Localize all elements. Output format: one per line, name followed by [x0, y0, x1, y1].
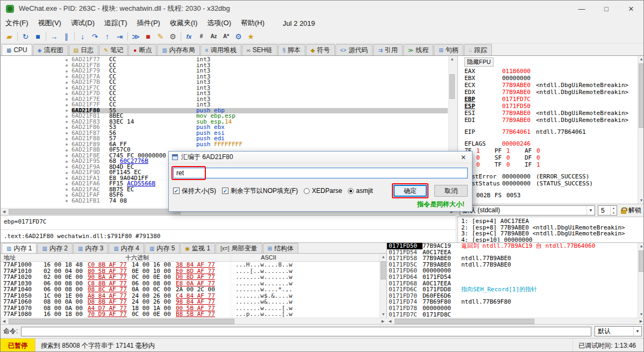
- menu-options[interactable]: 选项(O): [202, 17, 236, 30]
- argument-row[interactable]: 4: [esp+10] 00000000: [461, 237, 644, 243]
- tab-handles[interactable]: ⊞句柄: [434, 44, 463, 55]
- scroll-up-icon[interactable]: [638, 243, 644, 249]
- breakpoint-gutter[interactable]: [1, 131, 71, 137]
- argument-row[interactable]: 1: [esp+4] A0C17EEA: [461, 218, 644, 225]
- animate-icon[interactable]: ≫: [130, 31, 142, 42]
- menu-help[interactable]: 帮助(H): [236, 17, 269, 30]
- disasm-row[interactable]: 6AD21F79CCint3: [1, 68, 448, 74]
- register-row[interactable]: EDX77B9ABE0<ntdll.DbgUiRemoteBreakin>: [464, 89, 644, 96]
- register-row[interactable]: EBX00000000: [464, 75, 644, 82]
- registers-pane[interactable]: 隐藏FPU EAX01186000EBX00000000ECX77B9ABE0<…: [457, 56, 644, 204]
- scroll-thumb[interactable]: [395, 319, 534, 324]
- convention-dropdown[interactable]: 默认 (stdcall): [460, 205, 595, 215]
- strings-icon[interactable]: Az: [207, 31, 220, 42]
- tab-log[interactable]: ▤日志: [69, 44, 98, 55]
- arg-count-spinner[interactable]: 5 ▲▼: [598, 205, 617, 215]
- breakpoint-gutter[interactable]: [1, 136, 71, 142]
- register-row[interactable]: ESP0171FD50: [464, 103, 644, 110]
- scroll-up-icon[interactable]: [638, 56, 644, 62]
- step-into-icon[interactable]: ↓: [76, 31, 89, 42]
- scroll-thumb[interactable]: [639, 250, 644, 272]
- ok-button[interactable]: 确定: [393, 185, 427, 197]
- step-over-icon[interactable]: ↷: [89, 31, 101, 42]
- scroll-up-icon[interactable]: [380, 254, 387, 260]
- disasm-row[interactable]: 6AD21F7BCCint3: [1, 80, 448, 85]
- cancel-button[interactable]: 取消: [434, 185, 468, 197]
- tab-watch-1[interactable]: ◉监视 1: [180, 243, 215, 253]
- tab-symbols[interactable]: ◆符号: [306, 44, 335, 55]
- breakpoint-gutter[interactable]: [1, 91, 71, 97]
- disasm-row[interactable]: 6AD21F7CCCint3: [1, 85, 448, 91]
- disasm-row[interactable]: 6AD21F7ACCint3: [1, 74, 448, 80]
- scroll-down-icon[interactable]: [638, 311, 644, 318]
- tab-call-stack[interactable]: ≡调用堆栈: [201, 44, 241, 55]
- xedparse-radio[interactable]: XEDParse: [304, 187, 342, 195]
- breakpoint-gutter[interactable]: [1, 85, 71, 91]
- open-file-icon[interactable]: ▰: [3, 31, 16, 42]
- command-profile-dropdown[interactable]: 默认: [595, 326, 642, 336]
- spin-down-icon[interactable]: ▼: [611, 211, 617, 215]
- execute-till-return-icon[interactable]: ⇥: [113, 31, 126, 42]
- breakpoint-gutter[interactable]: [1, 68, 71, 74]
- breakpoint-gutter[interactable]: [1, 113, 71, 119]
- disasm-row[interactable]: 6AD21F896A FFpush FFFFFFFF: [1, 142, 448, 148]
- command-input[interactable]: [21, 327, 591, 336]
- register-row[interactable]: LastError00000000(ERROR_SUCCESS): [464, 173, 644, 180]
- register-row[interactable]: EAX01186000: [464, 68, 644, 75]
- menu-file[interactable]: 文件(F): [1, 17, 33, 30]
- breakpoint-gutter[interactable]: [1, 102, 71, 108]
- breakpoint-gutter[interactable]: [1, 176, 71, 182]
- tab-graph[interactable]: ◈流程图: [33, 44, 68, 55]
- minimize-button[interactable]: —: [569, 1, 594, 17]
- breakpoint-gutter[interactable]: [1, 181, 71, 187]
- memory-dump-pane[interactable]: 地址 十六进制 ASCII 77AF100016 00 18 48C0 8B A…: [1, 254, 387, 318]
- disasm-row[interactable]: 6AD21F78CCint3: [1, 63, 448, 69]
- scroll-thumb[interactable]: [639, 63, 644, 128]
- breakpoint-gutter[interactable]: [1, 119, 71, 125]
- fx-icon[interactable]: fx: [183, 31, 195, 42]
- breakpoint-gutter[interactable]: [1, 187, 71, 193]
- memory-row[interactable]: 77AF108016 00 18 0070 D9 AF 770C 00 0E 0…: [1, 311, 387, 318]
- chevron-down-icon[interactable]: [586, 206, 595, 215]
- breakpoint-gutter[interactable]: [1, 147, 71, 153]
- spin-up-icon[interactable]: ▲: [611, 206, 617, 211]
- stack-row[interactable]: 0171FD5077B9AC19返回到 ntdll.77B9AC19 自 ntd…: [387, 243, 644, 249]
- flags-row[interactable]: CF0TF0IF1: [464, 161, 644, 168]
- step-out-icon[interactable]: ↑: [101, 31, 113, 42]
- log-icon[interactable]: ■: [142, 31, 154, 42]
- tab-memory-map[interactable]: ▥内存布局: [157, 44, 199, 55]
- memory-row[interactable]: 77AF104006 00 08 0008 8C AF 770A 00 0C 0…: [1, 286, 387, 293]
- tab-dump-2[interactable]: ▥内存 2: [37, 243, 72, 253]
- breakpoint-gutter[interactable]: [1, 198, 71, 204]
- unlock-checkbox[interactable]: 解锁: [620, 206, 642, 215]
- breakpoint-gutter[interactable]: [1, 63, 71, 69]
- flags-row[interactable]: OF0SF0DF0: [464, 154, 644, 161]
- register-row[interactable]: EBP0171FD7C: [464, 96, 644, 103]
- breakpoint-gutter[interactable]: [1, 74, 71, 80]
- tab-script[interactable]: §脚本: [278, 44, 306, 55]
- pause-icon[interactable]: ∥: [60, 31, 73, 42]
- chevron-down-icon[interactable]: [633, 327, 641, 336]
- breakpoint-gutter[interactable]: [1, 170, 71, 176]
- hide-fpu-button[interactable]: 隐藏FPU: [464, 58, 493, 67]
- menu-view[interactable]: 视图(V): [33, 17, 66, 30]
- register-row[interactable]: EIP77B64061ntdll.77B64061: [464, 128, 644, 135]
- memory-row[interactable]: 77AF106008 00 0A 00D8 8B AF 7724 00 26 0…: [1, 299, 387, 305]
- tab-source[interactable]: <>源代码: [335, 44, 373, 55]
- settings-icon[interactable]: ⚙: [167, 31, 179, 42]
- tab-dump-1[interactable]: ▥内存 1: [2, 243, 37, 253]
- tab-locals[interactable]: [x=]局部变量: [216, 243, 262, 253]
- stack-row[interactable]: 0171FD640171FD54: [387, 274, 644, 281]
- breakpoint-gutter[interactable]: [1, 159, 71, 164]
- preferences-icon[interactable]: A*: [220, 31, 232, 42]
- run-icon[interactable]: →: [48, 31, 60, 42]
- register-row[interactable]: ECX77B9ABE0<ntdll.DbgUiRemoteBreakin>: [464, 82, 644, 89]
- register-row[interactable]: EDI77B9ABE0<ntdll.DbgUiRemoteBreakin>: [464, 117, 644, 124]
- argument-row[interactable]: 3: [esp+C] 77B9ABE0 <ntdll.DbgUiRemoteBr…: [461, 231, 644, 237]
- stack-row[interactable]: 0171FD7C0171FD8C: [387, 312, 644, 318]
- menu-debug[interactable]: 调试(D): [66, 17, 99, 30]
- tab-dump-3[interactable]: ▥内存 3: [73, 243, 108, 253]
- notes-icon[interactable]: ✎: [154, 31, 167, 42]
- dialog-close-icon[interactable]: ✕: [458, 154, 469, 161]
- keep-size-checkbox[interactable]: 保持大小(S): [173, 186, 216, 196]
